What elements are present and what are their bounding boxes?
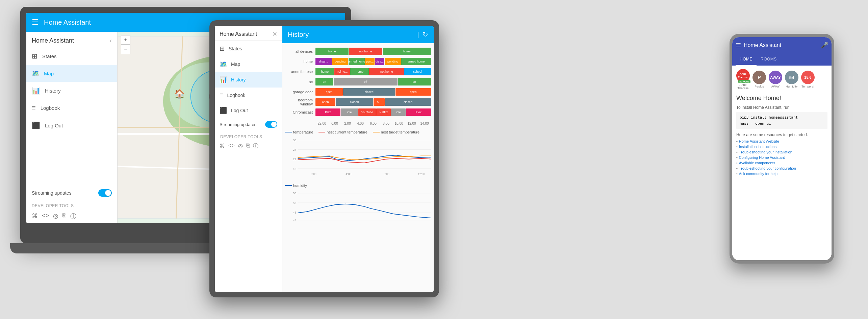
link-troubleshoot-install[interactable]: Troubleshooting your installation — [736, 150, 827, 154]
link-community[interactable]: Ask community for help — [736, 172, 827, 176]
hbar: closed — [336, 98, 373, 106]
svg-text:12:00: 12:00 — [418, 172, 425, 176]
tablet-streaming-toggle[interactable] — [265, 121, 277, 128]
sidebar-item-history[interactable]: 📊 History — [26, 82, 117, 99]
hamburger-icon[interactable]: ☰ — [32, 18, 39, 27]
hbar: idle — [341, 108, 358, 116]
states-label: States — [42, 53, 57, 59]
tablet-api-icon[interactable]: ◎ — [238, 143, 243, 150]
tablet-sidebar-states[interactable]: ⊞ States — [215, 41, 282, 56]
link-configuring[interactable]: Configuring Home Assistant — [736, 155, 827, 160]
svg-text:4:00: 4:00 — [346, 172, 352, 176]
stat-badge-temp[interactable]: 15.6 — [801, 71, 815, 84]
tablet-device: Home Assistant ✕ ⊞ States 🗺️ Map — [209, 20, 439, 297]
svg-text:18: 18 — [293, 167, 296, 171]
tablet-code-icon[interactable]: <> — [228, 143, 235, 150]
hbar: open — [395, 88, 431, 96]
tablet-streaming-label: Streaming updates — [220, 122, 256, 127]
streaming-toggle[interactable] — [98, 189, 112, 197]
avatar-away[interactable]: AWAY — [769, 71, 782, 84]
tablet-dev-icons: ⌘ <> ◎ ⎘ ⓘ — [215, 141, 282, 152]
terminal-icon[interactable]: ⌘ — [32, 212, 38, 220]
history-bars-anne-therese: home nol ho... home not home school — [315, 68, 431, 75]
tablet-streaming-row: Streaming updates — [215, 118, 282, 130]
tablet-terminal-icon[interactable]: ⌘ — [220, 143, 225, 150]
temperature-chart-area: temperature nest current temperature nes… — [282, 127, 434, 231]
svg-text:0:00: 0:00 — [311, 172, 316, 176]
tablet-history-title: History — [288, 31, 309, 39]
sidebar-item-logbook[interactable]: ≡ Logbook — [26, 99, 117, 117]
hbar: open — [315, 98, 335, 106]
humidity-chart-area: humidity 56 52 48 — [285, 183, 431, 227]
history-row-home: home disar... pending armed home pen... … — [282, 57, 434, 66]
tablet-sidebar-history[interactable]: 📊 History — [215, 72, 282, 88]
humidity-legend: humidity — [285, 183, 431, 188]
zoom-in-button[interactable]: + — [121, 35, 130, 45]
logout-icon: ⬛ — [32, 121, 40, 129]
logbook-label: Logbook — [41, 105, 60, 111]
history-row-bedroom-window: bedroom window open closed o... closed — [282, 97, 434, 107]
sidebar-item-logout[interactable]: ⬛ Log Out — [26, 117, 117, 134]
tablet-sidebar-brand: Home Assistant ✕ — [215, 26, 282, 41]
hbar: idle — [391, 108, 406, 116]
history-row-all-devices: all devices home not home home — [282, 47, 434, 56]
phone-mic-icon[interactable]: 🎤 — [821, 42, 828, 49]
tablet-config-icon[interactable]: ⎘ — [246, 143, 250, 150]
history-icon: 📊 — [32, 87, 40, 95]
svg-text:44: 44 — [293, 219, 296, 222]
laptop-dev-tools-label: Developer Tools — [26, 199, 117, 210]
zoom-out-button[interactable]: − — [121, 45, 130, 54]
avatar-anne[interactable]: AnneTherese SCHOOL — [736, 69, 750, 82]
phone-screen: ☰ Home Assistant 🎤 HOME ROOMS AnneTheres… — [732, 37, 832, 260]
tab-home[interactable]: HOME — [736, 53, 757, 66]
hbar: disa... — [375, 58, 384, 65]
history-label-bedroom-window: bedroom window — [285, 98, 315, 106]
sidebar-item-map[interactable]: 🗺️ Map — [26, 65, 117, 82]
nest-current-dot — [318, 132, 325, 132]
tablet-sidebar-logout[interactable]: ⬛ Log Out — [215, 103, 282, 118]
code-icon[interactable]: <> — [42, 212, 49, 220]
link-ha-website[interactable]: Home Assistant Website — [736, 139, 827, 143]
avatar-paulus[interactable]: P — [752, 71, 766, 84]
sidebar-item-states[interactable]: ⊞ States — [26, 47, 117, 65]
link-troubleshoot-config[interactable]: Troubleshooting your configuration — [736, 166, 827, 170]
history-label-home: home — [285, 59, 315, 64]
phone-hamburger-icon[interactable]: ☰ — [736, 42, 741, 49]
tablet-sidebar-logbook[interactable]: ≡ Logbook — [215, 88, 282, 103]
hbar: closed — [385, 98, 431, 106]
scene: ☰ Home Assistant Map Home Assistant ‹ — [0, 0, 868, 319]
link-components[interactable]: Available components — [736, 161, 827, 165]
svg-text:8:00: 8:00 — [384, 172, 389, 176]
history-timeline: 22:00 0:00 2:00 4:00 6:00 8:00 10:00 12:… — [282, 120, 434, 127]
avatar-label-away: AWAY — [771, 85, 780, 88]
history-label: History — [45, 88, 61, 94]
api-icon[interactable]: ◎ — [53, 212, 58, 220]
resources-intro: Here are some resources to get started. — [736, 132, 827, 137]
history-bars-ac: on off on — [315, 78, 431, 85]
tab-rooms[interactable]: ROOMS — [757, 53, 781, 66]
humidity-dot — [285, 185, 292, 186]
timeline-1000: 10:00 — [392, 122, 405, 125]
history-row-garage-door: garage door open closed open — [282, 87, 434, 97]
refresh-icon[interactable]: ↻ — [423, 30, 428, 39]
tablet-sidebar-map[interactable]: 🗺️ Map — [215, 56, 282, 72]
temperature-chart-svg: 30 24 21 18 0:00 4:00 8:00 12:00 — [285, 136, 431, 179]
laptop-streaming-row: Streaming updates — [26, 187, 117, 199]
svg-text:30: 30 — [293, 139, 296, 142]
tablet-logbook-icon: ≡ — [220, 92, 223, 99]
hbar: pending — [332, 58, 348, 65]
info-icon[interactable]: ⓘ — [70, 212, 76, 220]
tablet-close-icon[interactable]: ✕ — [272, 30, 277, 38]
tablet-info-icon[interactable]: ⓘ — [253, 143, 258, 150]
nest-target-label: nest target temperature — [381, 130, 419, 134]
link-installation[interactable]: Installation instructions — [736, 145, 827, 149]
hbar: home — [315, 48, 349, 55]
timeline-0000: 0:00 — [328, 122, 341, 125]
config-icon[interactable]: ⎘ — [62, 212, 66, 220]
stat-badge-humidity[interactable]: 54 — [785, 71, 798, 84]
map-icon: 🗺️ — [32, 70, 39, 77]
hbar: open — [315, 88, 343, 96]
history-separator: | — [417, 31, 419, 39]
sidebar-collapse-icon[interactable]: ‹ — [110, 37, 112, 44]
history-bars-chromecast: Plex idle YouTube Netflix idle Plex — [315, 108, 431, 116]
